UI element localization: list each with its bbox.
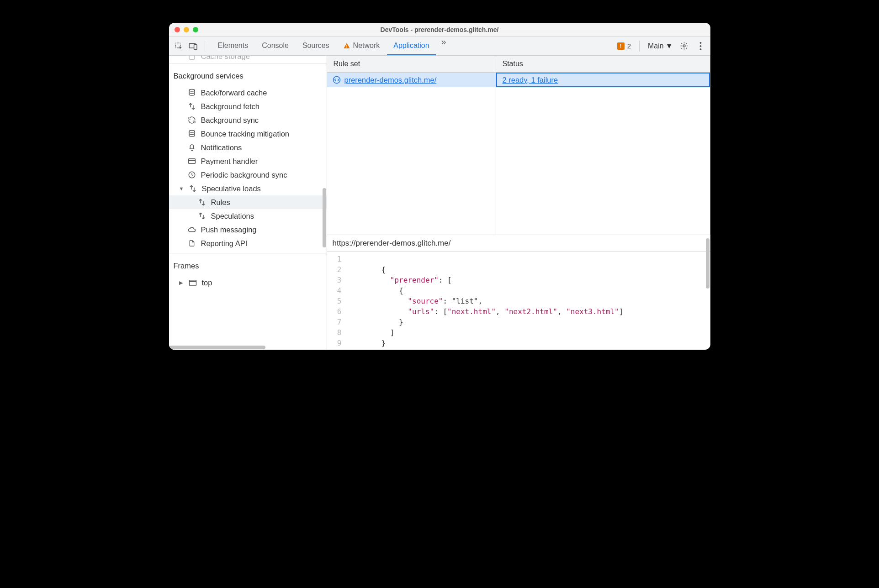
device-toolbar-icon[interactable]	[188, 41, 198, 51]
source-code-icon	[333, 76, 341, 84]
svg-point-10	[189, 89, 195, 92]
transfer-icon	[197, 198, 207, 207]
tab-sources[interactable]: Sources	[296, 37, 336, 55]
sidebar-item-bgfetch[interactable]: Background fetch	[169, 100, 327, 113]
ruleset-status-link[interactable]: 2 ready, 1 failure	[503, 76, 558, 84]
window-icon	[188, 278, 197, 287]
ruleset-status-cell[interactable]: 2 ready, 1 failure	[496, 73, 710, 87]
sidebar-scrollbar-thumb[interactable]	[323, 188, 326, 247]
sidebar-item-bfcache[interactable]: Back/forward cache	[169, 86, 327, 100]
tab-application[interactable]: Application	[387, 37, 435, 55]
tab-network[interactable]: Network	[337, 37, 387, 55]
warning-icon	[343, 42, 350, 49]
rules-table-header: Rule set Status	[327, 56, 710, 73]
bell-icon	[187, 143, 196, 152]
sidebar-item-payment[interactable]: Payment handler	[169, 154, 327, 168]
rules-panel: Rule set Status prerender-demos.	[327, 56, 710, 350]
database-icon	[187, 88, 196, 97]
sidebar-item-bgsync[interactable]: Background sync	[169, 113, 327, 127]
source-url: https://prerender-demos.glitch.me/	[327, 235, 710, 252]
caret-right-icon: ▶	[179, 280, 184, 286]
sidebar-section-frames: Frames	[169, 256, 327, 276]
cloud-icon	[187, 225, 196, 234]
application-sidebar: Cache storage Background services Back/f…	[169, 56, 327, 350]
svg-point-5	[683, 45, 685, 47]
svg-rect-3	[346, 45, 347, 46]
devtools-toolbar: Elements Console Sources Network Applica…	[169, 37, 710, 56]
issues-badge-icon: !	[617, 42, 625, 50]
credit-card-icon	[187, 157, 196, 166]
svg-point-8	[700, 48, 702, 50]
sidebar-item-speculative-loads[interactable]: ▼ Speculative loads	[169, 182, 327, 195]
svg-rect-12	[188, 159, 195, 164]
sync-icon	[187, 116, 196, 125]
sidebar-item-rules[interactable]: Rules	[169, 195, 327, 209]
more-icon[interactable]	[696, 41, 706, 51]
column-header-ruleset[interactable]: Rule set	[327, 56, 496, 72]
caret-down-icon: ▼	[179, 186, 184, 191]
sidebar-item-truncated[interactable]: Cache storage	[169, 56, 327, 63]
ruleset-row[interactable]: prerender-demos.glitch.me/	[327, 73, 496, 87]
column-header-status[interactable]: Status	[496, 56, 710, 72]
content-scrollbar-thumb[interactable]	[706, 238, 710, 289]
sidebar-item-frame-top[interactable]: ▶ top	[169, 276, 327, 289]
target-selector[interactable]: Main ▼	[648, 42, 673, 50]
sidebar-item-notifications[interactable]: Notifications	[169, 141, 327, 154]
svg-point-7	[700, 45, 702, 47]
ruleset-link[interactable]: prerender-demos.glitch.me/	[344, 76, 437, 84]
source-code[interactable]: 12 {3 "prerender": [4 {5 "source": "list…	[327, 252, 710, 350]
tab-elements[interactable]: Elements	[212, 37, 255, 55]
devtools-panel-tabs: Elements Console Sources Network Applica…	[212, 37, 451, 55]
storage-icon	[187, 56, 196, 61]
tab-console[interactable]: Console	[255, 37, 295, 55]
clock-icon	[187, 170, 196, 179]
devtools-window: DevTools - prerender-demos.glitch.me/ El…	[169, 23, 710, 350]
sidebar-item-periodic-sync[interactable]: Periodic background sync	[169, 168, 327, 182]
svg-rect-2	[194, 44, 196, 49]
transfer-icon	[187, 102, 196, 111]
svg-rect-4	[346, 47, 347, 47]
document-icon	[187, 239, 196, 248]
chevron-down-icon: ▼	[666, 42, 673, 50]
issues-count: 2	[627, 42, 631, 50]
sidebar-item-speculations[interactable]: Speculations	[169, 209, 327, 223]
sidebar-section-background-services: Background services	[169, 66, 327, 86]
tabs-overflow-icon[interactable]: »	[437, 37, 451, 55]
window-titlebar: DevTools - prerender-demos.glitch.me/	[169, 23, 710, 37]
svg-rect-14	[189, 280, 196, 285]
transfer-icon	[188, 184, 197, 193]
svg-point-11	[189, 131, 195, 133]
sidebar-item-bounce[interactable]: Bounce tracking mitigation	[169, 127, 327, 141]
sidebar-item-push[interactable]: Push messaging	[169, 223, 327, 236]
rule-source-area: https://prerender-demos.glitch.me/ 12 {3…	[327, 235, 710, 350]
issues-counter[interactable]: ! 2	[617, 42, 631, 50]
sidebar-horizontal-scrollbar-thumb[interactable]	[169, 346, 265, 349]
database-icon	[187, 129, 196, 138]
settings-icon[interactable]	[679, 41, 689, 51]
svg-point-6	[700, 42, 702, 44]
sidebar-item-reporting[interactable]: Reporting API	[169, 236, 327, 250]
window-title: DevTools - prerender-demos.glitch.me/	[169, 26, 710, 33]
transfer-icon	[197, 211, 207, 220]
inspect-element-icon[interactable]	[174, 41, 184, 51]
